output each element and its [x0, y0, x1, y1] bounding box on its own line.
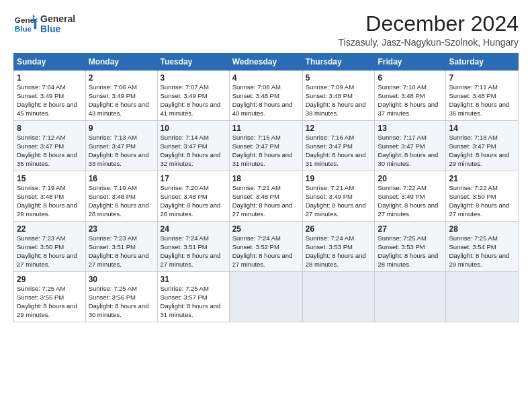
day-detail: Sunrise: 7:15 AMSunset: 3:47 PMDaylight:…	[232, 134, 300, 168]
day-detail: Sunrise: 7:06 AMSunset: 3:49 PMDaylight:…	[89, 83, 154, 118]
table-cell: 4Sunrise: 7:08 AMSunset: 3:48 PMDaylight…	[229, 71, 302, 121]
table-cell: 26Sunrise: 7:24 AMSunset: 3:53 PMDayligh…	[302, 222, 375, 272]
day-detail: Sunrise: 7:08 AMSunset: 3:48 PMDaylight:…	[232, 83, 300, 118]
day-number: 18	[232, 174, 300, 183]
day-detail: Sunrise: 7:25 AMSunset: 3:56 PMDaylight:…	[89, 285, 154, 319]
day-detail: Sunrise: 7:12 AMSunset: 3:47 PMDaylight:…	[17, 134, 83, 168]
table-row: 15Sunrise: 7:19 AMSunset: 3:48 PMDayligh…	[14, 171, 519, 222]
table-cell: 24Sunrise: 7:24 AMSunset: 3:51 PMDayligh…	[157, 222, 229, 272]
day-detail: Sunrise: 7:18 AMSunset: 3:47 PMDaylight:…	[449, 134, 515, 168]
day-detail: Sunrise: 7:24 AMSunset: 3:51 PMDaylight:…	[161, 234, 226, 269]
logo-line1: General	[40, 14, 75, 24]
day-detail: Sunrise: 7:14 AMSunset: 3:47 PMDaylight:…	[161, 134, 226, 168]
subtitle: Tiszasuly, Jasz-Nagykun-Szolnok, Hungary	[339, 37, 519, 48]
col-sunday: Sunday	[14, 54, 86, 71]
day-detail: Sunrise: 7:23 AMSunset: 3:51 PMDaylight:…	[89, 234, 154, 269]
day-number: 21	[449, 174, 515, 183]
table-cell: 19Sunrise: 7:21 AMSunset: 3:49 PMDayligh…	[302, 171, 375, 222]
day-detail: Sunrise: 7:22 AMSunset: 3:50 PMDaylight:…	[449, 184, 515, 218]
title-block: December 2024 Tiszasuly, Jasz-Nagykun-Sz…	[339, 12, 519, 48]
table-cell: 13Sunrise: 7:17 AMSunset: 3:47 PMDayligh…	[375, 121, 446, 171]
table-cell: 16Sunrise: 7:19 AMSunset: 3:48 PMDayligh…	[85, 171, 157, 222]
table-cell	[446, 272, 519, 322]
day-number: 9	[89, 124, 154, 133]
table-cell: 3Sunrise: 7:07 AMSunset: 3:49 PMDaylight…	[157, 71, 229, 121]
day-detail: Sunrise: 7:11 AMSunset: 3:48 PMDaylight:…	[449, 83, 515, 118]
table-cell: 6Sunrise: 7:10 AMSunset: 3:48 PMDaylight…	[375, 71, 446, 121]
day-number: 10	[161, 124, 226, 133]
col-friday: Friday	[375, 54, 446, 71]
day-number: 12	[306, 124, 372, 133]
day-detail: Sunrise: 7:19 AMSunset: 3:48 PMDaylight:…	[89, 184, 154, 218]
day-number: 13	[378, 124, 443, 133]
table-row: 8Sunrise: 7:12 AMSunset: 3:47 PMDaylight…	[14, 121, 519, 171]
day-number: 23	[89, 224, 154, 234]
table-cell	[375, 272, 446, 322]
day-number: 4	[232, 73, 300, 83]
day-number: 29	[17, 275, 83, 284]
day-number: 6	[378, 73, 443, 83]
table-cell: 22Sunrise: 7:23 AMSunset: 3:50 PMDayligh…	[14, 222, 86, 272]
table-cell: 10Sunrise: 7:14 AMSunset: 3:47 PMDayligh…	[157, 121, 229, 171]
day-number: 19	[306, 174, 372, 183]
table-cell: 12Sunrise: 7:16 AMSunset: 3:47 PMDayligh…	[302, 121, 375, 171]
table-cell: 29Sunrise: 7:25 AMSunset: 3:55 PMDayligh…	[14, 272, 86, 322]
logo: General Blue General Blue	[13, 12, 75, 36]
table-cell: 28Sunrise: 7:25 AMSunset: 3:54 PMDayligh…	[446, 222, 519, 272]
day-number: 11	[232, 124, 300, 133]
logo-icon: General Blue	[13, 12, 38, 36]
header: General Blue General Blue December 2024 …	[13, 12, 519, 48]
day-detail: Sunrise: 7:20 AMSunset: 3:48 PMDaylight:…	[161, 184, 226, 218]
table-row: 22Sunrise: 7:23 AMSunset: 3:50 PMDayligh…	[14, 222, 519, 272]
table-cell: 18Sunrise: 7:21 AMSunset: 3:48 PMDayligh…	[229, 171, 302, 222]
day-detail: Sunrise: 7:21 AMSunset: 3:48 PMDaylight:…	[232, 184, 300, 218]
table-cell: 11Sunrise: 7:15 AMSunset: 3:47 PMDayligh…	[229, 121, 302, 171]
table-cell: 2Sunrise: 7:06 AMSunset: 3:49 PMDaylight…	[85, 71, 157, 121]
table-cell	[229, 272, 302, 322]
day-number: 27	[378, 224, 443, 234]
day-detail: Sunrise: 7:17 AMSunset: 3:47 PMDaylight:…	[378, 134, 443, 168]
day-detail: Sunrise: 7:25 AMSunset: 3:53 PMDaylight:…	[378, 234, 443, 269]
day-detail: Sunrise: 7:13 AMSunset: 3:47 PMDaylight:…	[89, 134, 154, 168]
col-tuesday: Tuesday	[157, 54, 229, 71]
day-number: 22	[17, 224, 83, 234]
calendar-table: Sunday Monday Tuesday Wednesday Thursday…	[13, 53, 519, 322]
table-cell: 25Sunrise: 7:24 AMSunset: 3:52 PMDayligh…	[229, 222, 302, 272]
day-number: 8	[17, 124, 83, 133]
table-cell: 20Sunrise: 7:22 AMSunset: 3:49 PMDayligh…	[375, 171, 446, 222]
day-number: 25	[232, 224, 300, 234]
table-cell: 9Sunrise: 7:13 AMSunset: 3:47 PMDaylight…	[85, 121, 157, 171]
day-detail: Sunrise: 7:19 AMSunset: 3:48 PMDaylight:…	[17, 184, 83, 218]
day-detail: Sunrise: 7:07 AMSunset: 3:49 PMDaylight:…	[161, 83, 226, 118]
table-cell: 23Sunrise: 7:23 AMSunset: 3:51 PMDayligh…	[85, 222, 157, 272]
day-number: 15	[17, 174, 83, 183]
main-title: December 2024	[339, 12, 519, 36]
day-number: 5	[306, 73, 372, 83]
day-number: 28	[449, 224, 515, 234]
day-number: 24	[161, 224, 226, 234]
table-row: 29Sunrise: 7:25 AMSunset: 3:55 PMDayligh…	[14, 272, 519, 322]
day-number: 26	[306, 224, 372, 234]
day-detail: Sunrise: 7:16 AMSunset: 3:47 PMDaylight:…	[306, 134, 372, 168]
table-cell: 27Sunrise: 7:25 AMSunset: 3:53 PMDayligh…	[375, 222, 446, 272]
table-cell: 31Sunrise: 7:25 AMSunset: 3:57 PMDayligh…	[157, 272, 229, 322]
day-number: 17	[161, 174, 226, 183]
day-number: 3	[161, 73, 226, 83]
day-number: 31	[161, 275, 226, 284]
day-detail: Sunrise: 7:24 AMSunset: 3:52 PMDaylight:…	[232, 234, 300, 269]
table-cell: 5Sunrise: 7:09 AMSunset: 3:48 PMDaylight…	[302, 71, 375, 121]
day-detail: Sunrise: 7:25 AMSunset: 3:54 PMDaylight:…	[449, 234, 515, 269]
day-detail: Sunrise: 7:24 AMSunset: 3:53 PMDaylight:…	[306, 234, 372, 269]
day-number: 20	[378, 174, 443, 183]
day-number: 7	[449, 73, 515, 83]
day-number: 16	[89, 174, 154, 183]
table-cell	[302, 272, 375, 322]
page: General Blue General Blue December 2024 …	[0, 0, 532, 330]
day-detail: Sunrise: 7:04 AMSunset: 3:49 PMDaylight:…	[17, 83, 83, 118]
svg-text:Blue: Blue	[15, 24, 32, 33]
table-cell: 8Sunrise: 7:12 AMSunset: 3:47 PMDaylight…	[14, 121, 86, 171]
logo-line2: Blue	[40, 24, 75, 34]
day-number: 30	[89, 275, 154, 284]
header-row: Sunday Monday Tuesday Wednesday Thursday…	[14, 54, 519, 71]
day-detail: Sunrise: 7:22 AMSunset: 3:49 PMDaylight:…	[378, 184, 443, 218]
